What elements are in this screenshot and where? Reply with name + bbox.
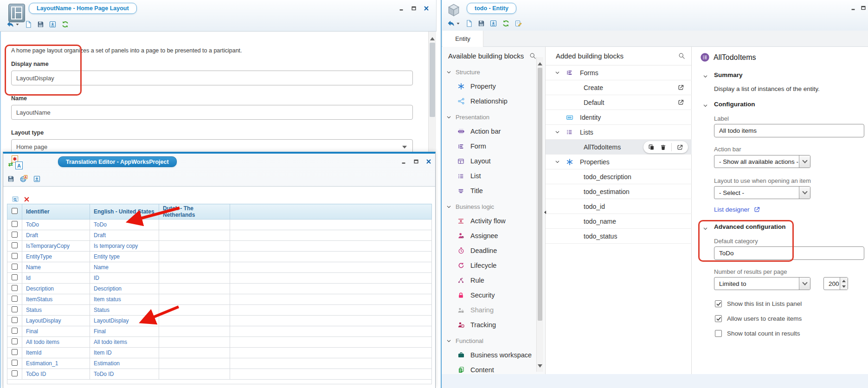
identifier-cell[interactable]: Estimation_1 [22, 358, 90, 369]
added-block-todo-estimation[interactable]: todo_estimation [546, 184, 692, 199]
table-row[interactable]: LayoutDisplay LayoutDisplay [7, 316, 432, 326]
identifier-cell[interactable]: All todo items [22, 337, 90, 348]
window-tab[interactable]: todo - Entity [467, 3, 516, 14]
new-document-button[interactable] [465, 19, 473, 27]
dutch-cell[interactable] [159, 262, 230, 273]
dutch-cell[interactable] [159, 273, 230, 284]
dutch-cell[interactable] [159, 369, 230, 380]
dutch-cell[interactable] [159, 348, 230, 358]
save-button[interactable] [477, 19, 485, 27]
table-row[interactable]: EntityType Entity type [7, 252, 432, 262]
table-row[interactable]: Final Final [7, 326, 432, 337]
publish-button[interactable] [489, 19, 497, 27]
table-row[interactable]: ToDo ToDo [7, 220, 432, 230]
section-structure[interactable]: Structure [442, 65, 536, 79]
english-cell[interactable]: Estimation [90, 358, 159, 369]
checkbox-show-this-list-in-lists-panel[interactable]: Show this list in Lists panel [715, 300, 802, 307]
table-row[interactable]: All todo items All todo items [7, 337, 432, 348]
search-icon[interactable] [678, 52, 685, 61]
row-checkbox[interactable] [12, 349, 18, 355]
added-block-lists[interactable]: Lists [546, 125, 692, 140]
row-select-cell[interactable] [7, 337, 22, 348]
english-cell[interactable]: Final [90, 326, 159, 337]
identifier-cell[interactable]: Id [22, 273, 90, 284]
dutch-cell[interactable] [159, 305, 230, 316]
column-header-identifier[interactable]: Identifier [22, 204, 90, 220]
building-block-layout[interactable]: Layout [442, 154, 536, 168]
chevron-down-icon[interactable] [703, 102, 708, 110]
clear-button[interactable] [24, 196, 30, 202]
building-block-lifecycle[interactable]: Lifecycle [442, 258, 536, 273]
row-checkbox[interactable] [12, 221, 18, 227]
maximize-button[interactable] [411, 5, 417, 12]
table-row[interactable]: Id ID [7, 273, 432, 284]
row-checkbox[interactable] [12, 370, 18, 376]
row-checkbox[interactable] [12, 242, 18, 248]
building-block-form[interactable]: Form [442, 139, 536, 154]
row-select-cell[interactable] [7, 284, 22, 294]
added-block-todo-description[interactable]: todo_description [546, 169, 692, 184]
copy-button[interactable] [648, 144, 655, 151]
back-dropdown-caret-icon[interactable] [456, 21, 460, 26]
checkbox-box[interactable] [715, 330, 722, 337]
row-select-cell[interactable] [7, 230, 22, 241]
display-name-input[interactable]: LayoutDisplay [11, 71, 413, 85]
dropdown-button[interactable] [799, 155, 810, 168]
dutch-cell[interactable] [159, 294, 230, 305]
added-block-create[interactable]: Create [546, 80, 692, 95]
save-button[interactable] [7, 175, 15, 183]
dutch-cell[interactable] [159, 252, 230, 262]
select-all-cell[interactable] [7, 204, 22, 220]
table-row[interactable]: ItemStatus Item status [7, 294, 432, 305]
window-tab[interactable]: LayoutName - Home Page Layout [29, 3, 137, 14]
spinner-up-icon[interactable] [840, 278, 848, 284]
dutch-cell[interactable] [159, 326, 230, 337]
building-block-action-bar[interactable]: Action bar [442, 124, 536, 139]
dutch-cell[interactable] [159, 284, 230, 294]
select-all-checkbox[interactable] [12, 208, 18, 214]
table-row[interactable]: Name Name [7, 262, 432, 273]
open-designer-button[interactable] [677, 99, 684, 106]
minimize-button[interactable] [400, 158, 407, 165]
minimize-button[interactable] [850, 5, 856, 11]
results-mode-select[interactable]: Limited to [714, 277, 810, 290]
building-block-tracking[interactable]: Tracking [442, 317, 536, 332]
row-checkbox[interactable] [12, 274, 18, 280]
building-block-business-workspace[interactable]: Business workspace [442, 348, 536, 362]
maximize-button[interactable] [860, 5, 867, 11]
action-bar-select[interactable]: - Show all available actions - [714, 155, 810, 168]
checkbox-allow-users-to-create-items[interactable]: Allow users to create items [715, 315, 802, 322]
dropdown-button[interactable] [799, 278, 810, 290]
dutch-cell[interactable] [159, 230, 230, 241]
back-button[interactable] [6, 20, 14, 28]
english-cell[interactable]: Item ID [90, 348, 159, 358]
section-presentation[interactable]: Presentation [442, 110, 536, 124]
dutch-cell[interactable] [159, 358, 230, 369]
dutch-cell[interactable] [159, 220, 230, 230]
table-row[interactable]: Estimation_1 Estimation [7, 358, 432, 369]
table-row[interactable]: IsTemporaryCopy Is temporary copy [7, 241, 432, 252]
english-cell[interactable]: All todo items [90, 337, 159, 348]
checkbox-box[interactable] [715, 315, 722, 322]
row-select-cell[interactable] [7, 262, 22, 273]
identifier-cell[interactable]: Description [22, 284, 90, 294]
row-checkbox[interactable] [12, 264, 18, 270]
english-cell[interactable]: Draft [90, 230, 159, 241]
added-block-default[interactable]: Default [546, 95, 692, 110]
identifier-cell[interactable]: LayoutDisplay [22, 316, 90, 326]
close-button[interactable] [425, 158, 432, 165]
edit-button[interactable] [514, 19, 522, 27]
english-cell[interactable]: ToDo [90, 220, 159, 230]
checkbox-box[interactable] [715, 300, 722, 307]
building-block-rule[interactable]: Rule [442, 273, 536, 288]
section-business-logic[interactable]: Business logic [442, 200, 536, 213]
added-block-todo-id[interactable]: todo_id [546, 199, 692, 214]
open-designer-button[interactable] [676, 144, 683, 151]
building-block-security[interactable]: Security [442, 288, 536, 303]
english-cell[interactable]: ToDo ID [90, 369, 159, 380]
row-select-cell[interactable] [7, 305, 22, 316]
publish-button[interactable] [49, 20, 57, 28]
list-designer-link[interactable]: List designer [714, 206, 760, 213]
added-block-todo-name[interactable]: todo_name [546, 214, 692, 229]
scroll-down-icon[interactable] [538, 364, 542, 370]
